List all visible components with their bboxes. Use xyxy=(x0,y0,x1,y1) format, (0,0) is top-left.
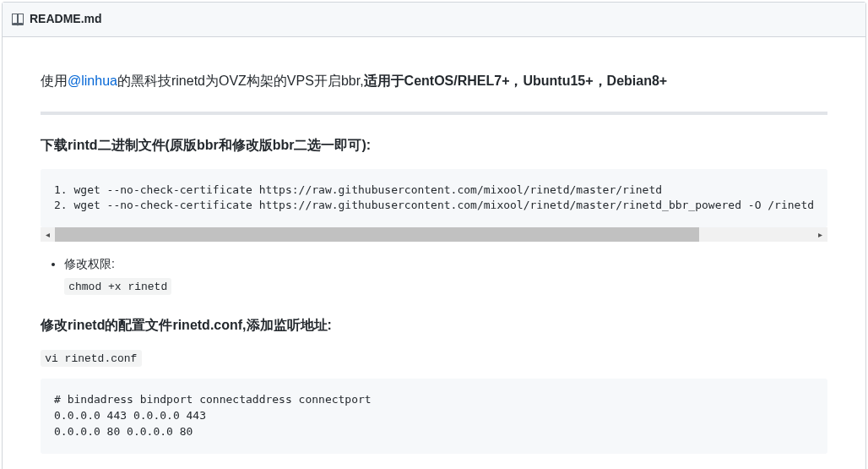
bullet-inline-code: chmod +x rinetd xyxy=(64,278,171,295)
list-item: 修改权限: chmod +x rinetd xyxy=(64,255,827,295)
readme-header: README.md xyxy=(3,3,865,37)
book-icon xyxy=(11,13,24,26)
user-mention-link[interactable]: @linhua xyxy=(68,74,117,88)
code-scroll-wrap: 1. wget --no-check-certificate https://r… xyxy=(41,169,827,243)
scroll-track[interactable] xyxy=(55,227,813,242)
horizontal-scrollbar[interactable]: ◂ ▸ xyxy=(41,227,827,242)
section2-inline-code-wrap: vi rinetd.conf xyxy=(41,349,827,368)
section1-code-block: 1. wget --no-check-certificate https://r… xyxy=(41,169,827,228)
section2-code-block: # bindadress bindport connectaddress con… xyxy=(41,379,827,454)
intro-paragraph: 使用@linhua的黑科技rinetd为OVZ构架的VPS开启bbr,适用于Ce… xyxy=(41,71,827,91)
section1-code-text: 1. wget --no-check-certificate https://r… xyxy=(54,183,814,215)
section2-code-text: # bindadress bindport connectaddress con… xyxy=(54,392,814,440)
intro-mid: 的黑科技rinetd为OVZ构架的VPS开启bbr, xyxy=(117,74,364,88)
readme-container: README.md 使用@linhua的黑科技rinetd为OVZ构架的VPS开… xyxy=(2,2,866,469)
markdown-body: 使用@linhua的黑科技rinetd为OVZ构架的VPS开启bbr,适用于Ce… xyxy=(3,37,865,469)
scroll-right-button[interactable]: ▸ xyxy=(813,227,827,242)
intro-bold: 适用于CentOS/RHEL7+，Ubuntu15+，Debian8+ xyxy=(364,74,668,88)
bullet-list: 修改权限: chmod +x rinetd xyxy=(41,255,827,295)
divider xyxy=(41,112,827,115)
section1-heading: 下载rintd二进制文件(原版bbr和修改版bbr二选一即可): xyxy=(41,135,827,155)
bullet-label: 修改权限: xyxy=(64,255,827,273)
section2-heading: 修改rinetd的配置文件rinetd.conf,添加监听地址: xyxy=(41,315,827,335)
scroll-left-button[interactable]: ◂ xyxy=(41,227,55,242)
scroll-thumb[interactable] xyxy=(55,227,699,242)
readme-filename: README.md xyxy=(30,10,102,28)
intro-prefix: 使用 xyxy=(41,74,68,88)
section2-inline-code: vi rinetd.conf xyxy=(41,350,142,367)
